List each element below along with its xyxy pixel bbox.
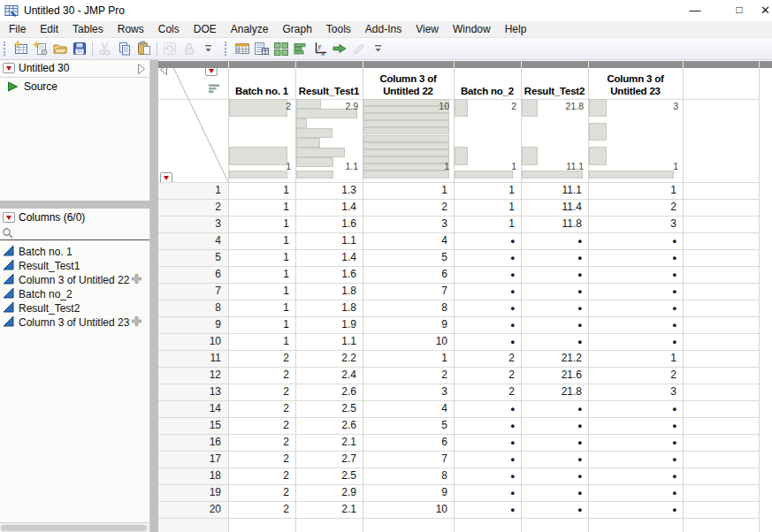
panel-splitter-horizontal[interactable] — [0, 201, 150, 209]
cell[interactable]: • — [454, 434, 515, 451]
cell[interactable]: 7 — [363, 451, 447, 467]
cell[interactable]: 2 — [454, 384, 515, 400]
cell[interactable]: 2.5 — [295, 400, 356, 417]
row-number[interactable]: 6 — [158, 266, 221, 283]
row-number[interactable]: 10 — [158, 333, 221, 350]
row-number[interactable]: 14 — [158, 400, 221, 417]
cell[interactable]: • — [521, 501, 582, 518]
column-header-4[interactable]: Batch no_2 — [454, 68, 521, 99]
cell[interactable]: 1.1 — [295, 333, 356, 350]
cell[interactable]: • — [454, 283, 515, 300]
cell[interactable]: • — [588, 333, 676, 350]
row-number[interactable]: 8 — [158, 300, 221, 316]
column-item-4[interactable]: Batch no_2 — [0, 287, 150, 301]
cell[interactable]: 1 — [228, 283, 289, 300]
column-header-6[interactable]: Column 3 of Untitled 23 — [588, 68, 683, 99]
column-item-5[interactable]: Result_Test2 — [0, 301, 150, 315]
cell[interactable]: 1.1 — [295, 232, 356, 249]
cell[interactable]: 2 — [228, 484, 289, 501]
cell[interactable]: 2 — [228, 451, 289, 467]
row-number[interactable]: 2 — [158, 199, 221, 216]
cell[interactable]: 1 — [228, 300, 289, 316]
cell[interactable]: 3 — [363, 384, 447, 400]
row-number[interactable]: 5 — [158, 249, 221, 266]
cell[interactable]: 10 — [363, 333, 447, 350]
row-number[interactable]: 15 — [158, 417, 221, 434]
cell[interactable]: • — [454, 501, 515, 518]
cell[interactable]: 5 — [363, 249, 447, 266]
cell[interactable]: 2.4 — [295, 367, 356, 384]
cell[interactable]: • — [454, 266, 515, 283]
cell[interactable]: 2 — [228, 384, 289, 400]
row-number[interactable]: 19 — [158, 484, 221, 501]
cell[interactable]: 2 — [228, 467, 289, 484]
cell[interactable]: 2 — [588, 199, 676, 216]
cell[interactable]: 1.4 — [295, 249, 356, 266]
cell[interactable]: • — [521, 249, 582, 266]
cell[interactable]: 2 — [363, 199, 447, 216]
cell[interactable]: 1 — [228, 333, 289, 350]
cell[interactable]: • — [454, 467, 515, 484]
cell[interactable]: 2.5 — [295, 467, 356, 484]
panel-splitter-vertical[interactable] — [150, 60, 158, 532]
column-header-1[interactable]: Batch no. 1 — [228, 68, 295, 99]
cell[interactable]: • — [454, 316, 515, 333]
cell[interactable]: 2.2 — [295, 350, 356, 367]
cell[interactable]: 5 — [363, 417, 447, 434]
cell[interactable]: 9 — [363, 484, 447, 501]
cell[interactable]: 2.7 — [295, 451, 356, 467]
cell[interactable]: 2 — [228, 400, 289, 417]
row-number[interactable]: 17 — [158, 451, 221, 467]
cell[interactable]: 1.6 — [295, 266, 356, 283]
cell[interactable]: • — [521, 316, 582, 333]
cell[interactable]: 4 — [363, 400, 447, 417]
cell[interactable]: • — [521, 283, 582, 300]
cell[interactable]: 2 — [228, 501, 289, 518]
cell[interactable]: 11.4 — [521, 199, 582, 216]
row-number[interactable]: 13 — [158, 384, 221, 400]
cell[interactable]: 1 — [228, 216, 289, 232]
sidebar-scrollbar-thumb[interactable] — [1, 525, 147, 531]
column-header-2[interactable]: Result_Test1 — [295, 68, 363, 99]
cell[interactable]: • — [588, 283, 676, 300]
cell[interactable]: 1 — [228, 266, 289, 283]
cell[interactable]: • — [521, 333, 582, 350]
cell[interactable]: • — [454, 400, 515, 417]
column-header-3[interactable]: Column 3 of Untitled 22 — [363, 68, 454, 99]
cell[interactable]: 2 — [454, 367, 515, 384]
cell[interactable]: • — [521, 434, 582, 451]
cell[interactable]: • — [588, 266, 676, 283]
row-number[interactable]: 3 — [158, 216, 221, 232]
cell[interactable]: 1 — [363, 350, 447, 367]
cell[interactable]: • — [588, 249, 676, 266]
columns-search-input[interactable] — [0, 225, 149, 240]
row-number[interactable]: 12 — [158, 367, 221, 384]
row-number[interactable]: 4 — [158, 232, 221, 249]
cell[interactable]: 21.8 — [521, 384, 582, 400]
cell[interactable]: • — [521, 400, 582, 417]
cell[interactable]: 1 — [363, 182, 447, 199]
cell[interactable]: 1 — [454, 216, 515, 232]
cell[interactable]: 2 — [228, 417, 289, 434]
cell[interactable]: • — [588, 434, 676, 451]
table-menu-button[interactable] — [3, 63, 15, 73]
row-number[interactable]: 20 — [158, 501, 221, 518]
cell[interactable]: 2.6 — [295, 417, 356, 434]
column-header-5[interactable]: Result_Test2 — [521, 68, 588, 99]
cell[interactable]: 1 — [228, 316, 289, 333]
cell[interactable]: • — [588, 400, 676, 417]
cell[interactable]: • — [454, 232, 515, 249]
cell[interactable]: 1.8 — [295, 300, 356, 316]
cell[interactable]: 2 — [454, 350, 515, 367]
cell[interactable]: 11.8 — [521, 216, 582, 232]
cell[interactable]: 1.3 — [295, 182, 356, 199]
cell[interactable]: • — [588, 316, 676, 333]
cell[interactable]: • — [588, 417, 676, 434]
cell[interactable]: • — [454, 417, 515, 434]
column-item-6[interactable]: Column 3 of Untitled 23 — [0, 315, 150, 330]
expand-panel-icon[interactable] — [137, 63, 146, 79]
cell[interactable]: 8 — [363, 300, 447, 316]
cell[interactable]: 3 — [588, 384, 676, 400]
cell[interactable]: 1 — [228, 232, 289, 249]
cell[interactable]: • — [521, 417, 582, 434]
